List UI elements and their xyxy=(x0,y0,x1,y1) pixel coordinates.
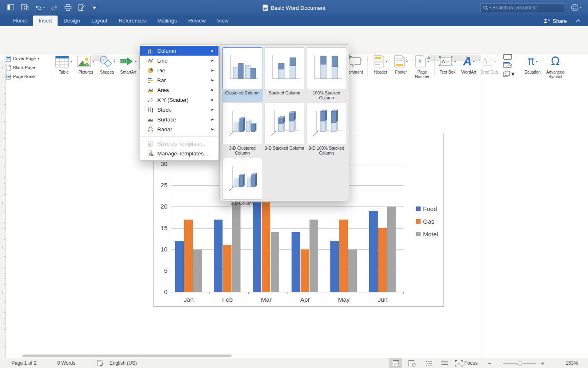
menu-item-bar[interactable]: Bar► xyxy=(140,75,218,85)
tab-insert[interactable]: Insert xyxy=(33,16,58,26)
vertical-ruler[interactable]: 123456 xyxy=(0,61,6,358)
page-number-button[interactable]: #▾ Page Number xyxy=(412,53,433,79)
tab-mailings[interactable]: Mailings xyxy=(151,16,183,26)
header-dropdown-icon[interactable]: ▾ xyxy=(385,59,387,64)
bar-motel-apr[interactable] xyxy=(310,220,318,292)
edit-document-icon[interactable] xyxy=(78,4,86,11)
equation-button[interactable]: π▾ Equation xyxy=(522,53,543,74)
smartart-button[interactable]: ▾ SmartArt xyxy=(118,53,138,74)
gallery-item-3d-stacked-column[interactable]: 3-D Stacked Column xyxy=(264,102,305,157)
zoom-in-button[interactable]: + xyxy=(541,358,545,368)
wordart-button[interactable]: A▾ WordArt xyxy=(458,53,479,74)
tab-home[interactable]: Home xyxy=(7,16,33,26)
smiley-dropdown-icon[interactable]: ▾ xyxy=(580,6,581,9)
zoom-level[interactable]: 153% xyxy=(566,358,578,368)
menu-item-area[interactable]: Area► xyxy=(140,85,218,95)
gallery-item-clustered-column[interactable]: Clustered Column xyxy=(222,47,263,102)
bar-gas-may[interactable] xyxy=(339,220,348,292)
bar-food-jan[interactable] xyxy=(175,241,184,292)
outline-view-button[interactable] xyxy=(425,360,433,367)
collapse-ribbon-icon[interactable] xyxy=(576,19,581,22)
date-time-icon[interactable] xyxy=(503,62,514,68)
table-dropdown-icon[interactable]: ▾ xyxy=(70,59,72,64)
shapes-button[interactable]: ▾ Shapes xyxy=(97,53,117,74)
menu-item-column[interactable]: Column► xyxy=(140,46,218,56)
drop-cap-button[interactable]: A▾ Drop Cap xyxy=(480,53,498,74)
menu-item-xy-scatter[interactable]: X Y (Scatter)► xyxy=(140,95,218,105)
gallery-item-100-stacked-column[interactable]: 100% Stacked Column xyxy=(306,47,347,102)
bar-gas-feb[interactable] xyxy=(223,245,232,292)
footer-dropdown-icon[interactable]: ▾ xyxy=(406,59,408,64)
zoom-out-button[interactable]: − xyxy=(488,358,491,368)
tab-review[interactable]: Review xyxy=(183,16,212,26)
menu-item-pie[interactable]: Pie► xyxy=(140,65,218,75)
advanced-symbol-button[interactable]: Ω Advanced Symbol xyxy=(544,53,567,79)
shapes-dropdown-icon[interactable]: ▾ xyxy=(114,59,115,64)
tab-references[interactable]: References xyxy=(113,16,151,26)
menu-item-stock[interactable]: Stock► xyxy=(140,105,218,114)
gallery-item-stacked-column[interactable]: Stacked Column xyxy=(264,47,305,102)
feedback-smiley[interactable]: ▾ xyxy=(571,4,581,11)
menu-item-manage-templates[interactable]: Manage Templates... xyxy=(140,148,218,158)
menu-item-surface[interactable]: Surface► xyxy=(140,114,218,124)
print-layout-view-button[interactable] xyxy=(389,358,402,368)
bar-food-apr[interactable] xyxy=(292,232,300,292)
cover-page-button[interactable]: Cover Page▾ xyxy=(6,55,39,62)
text-box-dropdown-icon[interactable]: ▾ xyxy=(454,59,456,64)
save-icon[interactable] xyxy=(21,4,29,11)
bar-food-jun[interactable] xyxy=(369,211,378,292)
object-icon[interactable]: ▾ xyxy=(503,70,514,78)
page-number-dropdown-icon[interactable]: ▾ xyxy=(427,59,429,64)
web-layout-view-button[interactable] xyxy=(408,360,416,367)
share-button[interactable]: Share xyxy=(543,16,567,26)
bar-food-feb[interactable] xyxy=(214,220,223,292)
cover-page-dropdown-icon[interactable]: ▾ xyxy=(38,57,39,61)
word-count[interactable]: 0 Words xyxy=(57,358,75,368)
horizontal-scrollbar-thumb[interactable] xyxy=(22,355,232,357)
search-scope-dropdown-icon[interactable]: ▾ xyxy=(490,6,491,9)
wordart-dropdown-icon[interactable]: ▾ xyxy=(473,59,474,64)
blank-page-button[interactable]: Blank Page xyxy=(6,64,39,71)
legend-item-food[interactable]: Food xyxy=(416,205,437,212)
language-indicator[interactable]: English (US) xyxy=(109,358,137,368)
page-break-button[interactable]: Page Break xyxy=(6,73,39,80)
pictures-dropdown-icon[interactable]: ▾ xyxy=(92,59,94,64)
pictures-button[interactable]: ▾ Pictures xyxy=(76,53,96,74)
gallery-item-3d-column[interactable]: 3-D Column xyxy=(222,157,263,207)
customize-toolbar-icon[interactable] xyxy=(92,5,97,10)
search-box[interactable]: ▾ xyxy=(480,3,564,12)
zoom-slider-thumb[interactable] xyxy=(518,361,522,366)
bar-food-may[interactable] xyxy=(330,241,339,292)
bar-motel-jan[interactable] xyxy=(193,249,202,292)
bar-motel-jun[interactable] xyxy=(387,206,396,292)
bar-motel-feb[interactable] xyxy=(232,202,241,292)
bar-motel-may[interactable] xyxy=(348,249,357,292)
bar-gas-jun[interactable] xyxy=(378,228,387,292)
page-indicator[interactable]: Page 1 of 2 xyxy=(11,358,36,368)
tab-layout[interactable]: Layout xyxy=(86,16,113,26)
bar-food-mar[interactable] xyxy=(253,202,261,292)
gallery-item-3d-clustered-column[interactable]: 3-D Clustered Column xyxy=(222,102,263,157)
tab-view[interactable]: View xyxy=(212,16,234,26)
undo-dropdown-icon[interactable]: ▾ xyxy=(43,6,45,9)
spellcheck-icon[interactable] xyxy=(97,360,104,367)
bar-motel-mar[interactable] xyxy=(271,232,279,292)
bar-gas-apr[interactable] xyxy=(301,249,309,292)
focus-icon[interactable] xyxy=(455,360,463,367)
footer-button[interactable]: ▾ Footer xyxy=(391,53,411,74)
frame-object-icon[interactable] xyxy=(503,54,514,60)
print-icon[interactable] xyxy=(64,4,72,11)
bar-gas-mar[interactable] xyxy=(262,202,270,292)
legend-item-gas[interactable]: Gas xyxy=(416,218,434,225)
table-button[interactable]: ▾ Table xyxy=(53,53,74,74)
smartart-dropdown-icon[interactable]: ▾ xyxy=(135,59,136,64)
focus-label[interactable]: Focus xyxy=(464,358,478,368)
header-button[interactable]: ▾ Header xyxy=(371,53,390,74)
text-box-button[interactable]: A▾ Text Box xyxy=(438,53,457,74)
tab-design[interactable]: Design xyxy=(58,16,85,26)
gallery-item-3d-100-stacked-column[interactable]: 3-D 100% Stacked Column xyxy=(306,102,347,157)
undo-icon[interactable]: ▾ xyxy=(35,4,45,11)
drop-cap-dropdown-icon[interactable]: ▾ xyxy=(494,59,496,64)
legend-item-motel[interactable]: Motel xyxy=(416,231,438,238)
search-input[interactable] xyxy=(492,5,561,11)
